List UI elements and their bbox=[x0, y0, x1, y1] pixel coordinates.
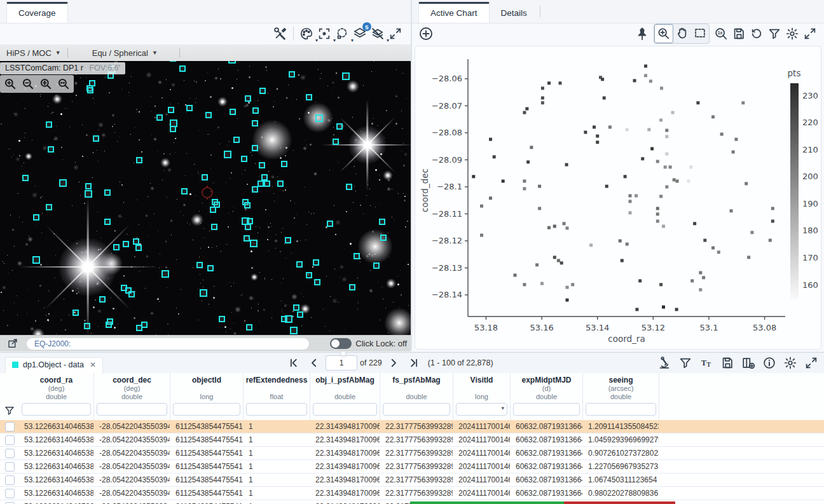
rotate-icon[interactable] bbox=[748, 25, 766, 43]
catalog-marker[interactable] bbox=[200, 289, 207, 297]
expand-icon[interactable] bbox=[801, 25, 819, 43]
info-icon[interactable] bbox=[760, 354, 778, 372]
catalog-marker[interactable] bbox=[211, 224, 217, 230]
column-header-seeing[interactable]: seeing (arcsec) double bbox=[583, 373, 659, 420]
catalog-marker[interactable] bbox=[373, 262, 380, 269]
filter-icon[interactable] bbox=[676, 354, 694, 372]
catalog-marker[interactable] bbox=[246, 324, 252, 330]
tab-active-chart[interactable]: Active Chart bbox=[418, 2, 490, 23]
table-row[interactable]: 53.12266314046538-28.0542204355039476112… bbox=[0, 460, 824, 473]
density-scatter-chart[interactable]: −28.06−28.07−28.08−28.09−28.1−28.11−28.1… bbox=[415, 46, 821, 349]
settings-icon[interactable] bbox=[783, 25, 801, 43]
catalog-marker[interactable] bbox=[258, 180, 264, 187]
palette-icon[interactable]: ▾ bbox=[298, 25, 315, 43]
catalog-marker[interactable] bbox=[87, 87, 93, 93]
catalog-marker[interactable] bbox=[181, 188, 188, 194]
sky-image-view[interactable]: LSSTComCam: DP1 r FOV:6.6' bbox=[0, 61, 411, 335]
catalog-marker[interactable] bbox=[333, 139, 339, 145]
recenter-icon[interactable]: ▾ bbox=[315, 25, 333, 43]
catalog-marker[interactable] bbox=[104, 219, 111, 225]
catalog-marker[interactable] bbox=[261, 174, 268, 180]
catalog-marker[interactable] bbox=[186, 105, 193, 111]
click-lock-toggle[interactable] bbox=[330, 338, 352, 349]
catalog-marker[interactable] bbox=[107, 318, 113, 325]
hand-icon[interactable] bbox=[673, 24, 691, 42]
catalog-marker[interactable] bbox=[32, 256, 40, 264]
zoom-fit-icon[interactable] bbox=[38, 76, 53, 92]
catalog-marker[interactable] bbox=[306, 272, 312, 278]
lasso-icon[interactable]: ▾ bbox=[333, 25, 351, 43]
row-checkbox[interactable] bbox=[5, 489, 15, 498]
catalog-marker[interactable] bbox=[315, 114, 323, 122]
magnifier-plus-icon[interactable] bbox=[654, 24, 673, 43]
catalog-marker[interactable] bbox=[156, 114, 163, 121]
catalog-marker[interactable] bbox=[202, 174, 208, 180]
catalog-marker[interactable] bbox=[128, 291, 135, 297]
rect-select-icon[interactable] bbox=[691, 24, 709, 42]
catalog-marker[interactable] bbox=[113, 244, 120, 250]
tools-icon[interactable] bbox=[271, 25, 289, 43]
tab-details[interactable]: Details bbox=[490, 4, 539, 23]
catalog-marker[interactable] bbox=[210, 207, 216, 213]
catalog-marker[interactable] bbox=[336, 123, 343, 130]
add-column-icon[interactable] bbox=[739, 354, 757, 372]
catalog-marker[interactable] bbox=[133, 238, 139, 245]
catalog-marker[interactable] bbox=[72, 310, 79, 316]
last-page-button[interactable] bbox=[405, 354, 423, 372]
column-filter-input[interactable] bbox=[313, 403, 377, 416]
catalog-marker[interactable] bbox=[314, 279, 320, 285]
catalog-marker[interactable] bbox=[205, 112, 212, 118]
table-row[interactable]: 53.12266314046538-28.0542204355039476112… bbox=[0, 420, 824, 433]
expand-icon[interactable] bbox=[802, 354, 820, 372]
zoom-fill-icon[interactable] bbox=[56, 76, 71, 92]
catalog-marker[interactable] bbox=[296, 261, 303, 268]
next-page-button[interactable] bbox=[385, 354, 402, 372]
catalog-marker[interactable] bbox=[136, 157, 142, 163]
catalog-marker[interactable] bbox=[48, 146, 54, 153]
filter-icon[interactable] bbox=[766, 25, 783, 43]
catalog-marker[interactable] bbox=[241, 156, 247, 162]
catalog-marker[interactable] bbox=[252, 107, 259, 114]
catalog-marker[interactable] bbox=[168, 107, 174, 113]
magnifier-1x-icon[interactable]: 1x bbox=[712, 25, 730, 43]
plus-circle-icon[interactable] bbox=[417, 25, 435, 43]
catalog-marker[interactable] bbox=[170, 126, 176, 132]
row-checkbox[interactable] bbox=[5, 449, 15, 458]
catalog-marker[interactable] bbox=[346, 184, 352, 190]
column-header-refExtendedness[interactable]: refExtendedness float bbox=[244, 373, 310, 420]
catalog-marker[interactable] bbox=[84, 323, 90, 329]
catalog-marker[interactable] bbox=[259, 88, 266, 94]
settings-icon[interactable] bbox=[781, 354, 799, 372]
catalog-marker[interactable] bbox=[179, 65, 186, 72]
column-filter-select[interactable] bbox=[456, 403, 507, 416]
catalog-marker[interactable] bbox=[46, 204, 52, 210]
catalog-marker[interactable] bbox=[252, 120, 258, 126]
row-checkbox[interactable] bbox=[5, 462, 15, 472]
catalog-marker[interactable] bbox=[219, 316, 225, 322]
save-icon[interactable] bbox=[718, 354, 736, 372]
row-checkbox[interactable] bbox=[5, 422, 15, 432]
layers-off-icon[interactable]: ▾ bbox=[369, 25, 387, 43]
catalog-marker[interactable] bbox=[245, 224, 251, 230]
catalog-marker[interactable] bbox=[349, 284, 355, 290]
catalog-marker[interactable] bbox=[104, 189, 111, 196]
table-row[interactable]: 53.12266314046538-28.0542204355039476112… bbox=[0, 433, 824, 447]
catalog-marker[interactable] bbox=[281, 161, 287, 167]
layers-icon[interactable]: 5 bbox=[351, 25, 369, 43]
hips-moc-dropdown[interactable]: HiPS / MOC ▼ bbox=[0, 48, 67, 58]
column-filter-input[interactable] bbox=[246, 403, 307, 416]
catalog-marker[interactable] bbox=[224, 151, 231, 158]
column-header-VisitId[interactable]: VisitId long bbox=[453, 373, 511, 420]
column-filter-input[interactable] bbox=[97, 403, 167, 416]
catalog-marker[interactable] bbox=[244, 235, 250, 242]
catalog-marker[interactable] bbox=[46, 121, 52, 128]
zoom-out-icon[interactable] bbox=[20, 76, 36, 92]
column-filter-input[interactable] bbox=[513, 403, 580, 416]
catalog-marker[interactable] bbox=[327, 221, 333, 227]
catalog-marker[interactable] bbox=[85, 190, 92, 198]
chart-area[interactable]: −28.06−28.07−28.08−28.09−28.1−28.11−28.1… bbox=[415, 46, 821, 350]
table-row[interactable]: 53.12266314046538-28.0542204355039476112… bbox=[0, 473, 824, 487]
catalog-marker[interactable] bbox=[230, 109, 236, 115]
catalog-marker[interactable] bbox=[93, 135, 99, 142]
row-checkbox[interactable] bbox=[5, 502, 15, 504]
